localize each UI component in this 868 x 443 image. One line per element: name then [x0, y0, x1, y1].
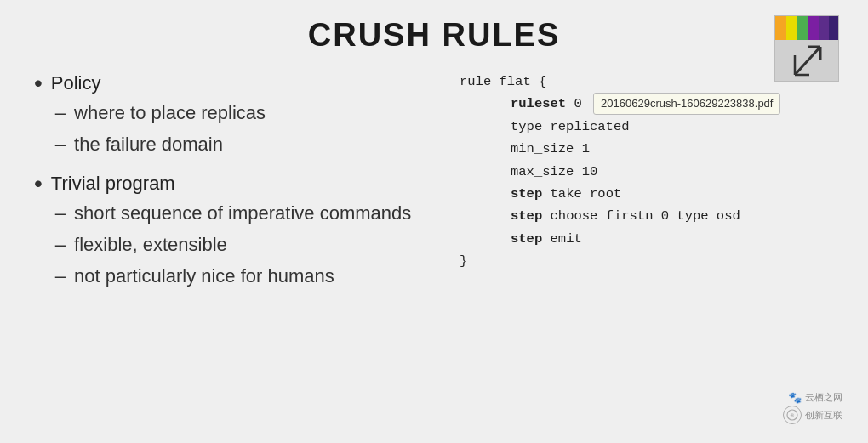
watermark-line2: ® 创新互联 — [783, 406, 842, 424]
sub-item-label-2-1: short sequence of imperative commands — [74, 201, 411, 227]
bullet-dot-2: • — [34, 171, 43, 197]
code-line-1: rule flat { — [460, 71, 834, 93]
left-panel: • Policy – where to place replicas – the… — [34, 71, 434, 304]
list-item-policy: • Policy – where to place replicas – the… — [34, 71, 434, 162]
list-item-trivial: • Trivial program – short sequence of im… — [34, 171, 434, 294]
color-bar-3 — [797, 16, 808, 40]
sub-item-label-1-2: the failure domain — [74, 132, 223, 158]
slide: CRUSH RULES • Policy – where to place re… — [0, 0, 868, 443]
title-area: CRUSH RULES — [34, 17, 834, 54]
bullet-label-2: Trivial program — [51, 171, 411, 197]
sub-item-1-2: – the failure domain — [55, 132, 266, 158]
code-line-8: step emit — [460, 228, 834, 250]
code-line-5: max_size 10 — [460, 161, 834, 183]
watermark-icon: 🐾 — [788, 389, 802, 406]
bullet-group-2: Trivial program – short sequence of impe… — [51, 171, 411, 294]
bullet-dot-1: • — [34, 71, 43, 97]
code-line-6: step take root — [460, 183, 834, 205]
color-bar-6 — [829, 16, 839, 40]
watermark-line1: 🐾 云栖之网 — [783, 389, 842, 406]
color-bar-1 — [775, 16, 786, 40]
code-line-9: } — [460, 250, 834, 272]
sub-item-2-2: – flexible, extensible — [55, 232, 411, 258]
watermark: 🐾 云栖之网 ® 创新互联 — [783, 389, 842, 425]
bullet-list: • Policy – where to place replicas – the… — [34, 71, 434, 295]
dash-1-2: – — [55, 132, 66, 158]
code-kw-step-3: step — [511, 231, 542, 247]
color-bar-2 — [786, 16, 797, 40]
code-line-7: step choose firstn 0 type osd — [460, 205, 834, 227]
dash-2-3: – — [55, 264, 66, 290]
code-block: rule flat { ruleset 0 20160629crush-1606… — [460, 71, 834, 272]
watermark-text-1: 云栖之网 — [805, 390, 842, 405]
code-kw-step-2: step — [511, 208, 542, 224]
right-panel: rule flat { ruleset 0 20160629crush-1606… — [460, 71, 834, 304]
dash-2-1: – — [55, 201, 66, 227]
content-area: • Policy – where to place replicas – the… — [34, 71, 834, 304]
sub-item-label-1-1: where to place replicas — [74, 100, 266, 127]
color-bar-4 — [808, 16, 819, 40]
dash-1-1: – — [55, 100, 66, 127]
svg-text:®: ® — [791, 413, 795, 418]
sub-item-2-3: – not particularly nice for humans — [55, 264, 411, 290]
bullet-label-1: Policy — [51, 71, 266, 97]
code-line-2: ruleset 0 20160629crush-160629223838.pdf — [460, 93, 834, 115]
sub-item-label-2-3: not particularly nice for humans — [74, 264, 334, 290]
code-kw-ruleset: ruleset — [511, 96, 566, 111]
sub-list-1: – where to place replicas – the failure … — [51, 100, 266, 163]
code-line-3: type replicated — [460, 116, 834, 138]
sub-item-1-1: – where to place replicas — [55, 100, 266, 127]
dash-2-2: – — [55, 232, 66, 258]
color-bar-5 — [819, 16, 830, 40]
code-kw-step-1: step — [511, 186, 542, 202]
sub-list-2: – short sequence of imperative commands … — [51, 201, 411, 294]
logo — [774, 15, 842, 79]
code-line-4: min_size 1 — [460, 138, 834, 160]
page-title: CRUSH RULES — [34, 17, 834, 54]
tooltip-filename: 20160629crush-160629223838.pdf — [593, 93, 780, 115]
bullet-group-1: Policy – where to place replicas – the f… — [51, 71, 266, 162]
watermark-text-2: 创新互联 — [805, 408, 842, 423]
sub-item-label-2-2: flexible, extensible — [74, 232, 227, 258]
logo-color-bars — [775, 16, 839, 40]
watermark-circle-icon: ® — [783, 406, 802, 424]
sub-item-2-1: – short sequence of imperative commands — [55, 201, 411, 227]
